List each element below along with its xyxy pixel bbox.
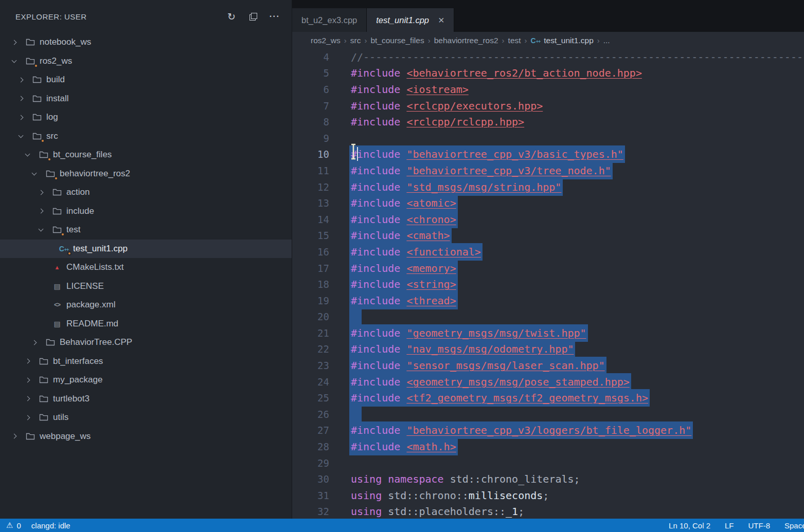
chevron-right-icon[interactable] — [25, 377, 30, 382]
code-line-30[interactable]: 30using namespace std::chrono_literals; — [292, 471, 804, 487]
breadcrumb-behaviortree_ros2[interactable]: behaviortree_ros2 — [434, 36, 498, 45]
code-line-32[interactable]: 32using std::placeholders::_1; — [292, 504, 804, 519]
breadcrumb-file[interactable]: C++test_unit1.cpp — [531, 36, 594, 45]
line-number[interactable]: 25 — [292, 392, 329, 403]
line-number[interactable]: 4 — [292, 51, 329, 63]
breadcrumb-overflow[interactable]: ... — [603, 36, 610, 45]
chevron-right-icon[interactable] — [12, 434, 17, 439]
line-number[interactable]: 5 — [292, 67, 329, 79]
chevron-down-icon[interactable] — [19, 133, 24, 138]
tree-item-install[interactable]: install — [0, 89, 292, 108]
eol-indicator[interactable]: LF — [725, 521, 734, 530]
line-number[interactable]: 22 — [292, 343, 329, 355]
chevron-right-icon[interactable] — [19, 77, 24, 82]
code-line-12[interactable]: 12#include "std_msgs/msg/string.hpp" — [292, 179, 804, 195]
line-number[interactable]: 15 — [292, 230, 329, 241]
indentation-indicator[interactable]: Spaces — [784, 521, 804, 530]
code-line-4[interactable]: 4//-------------------------------------… — [292, 49, 804, 65]
encoding-indicator[interactable]: UTF-8 — [748, 521, 771, 530]
chevron-down-icon[interactable] — [25, 152, 30, 157]
tree-item-notebook_ws[interactable]: notebook_ws — [0, 33, 292, 52]
chevron-right-icon[interactable] — [32, 340, 37, 345]
line-number[interactable]: 12 — [292, 181, 329, 193]
line-number[interactable]: 6 — [292, 84, 329, 95]
code-line-31[interactable]: 31using std::chrono::milliseconds; — [292, 487, 804, 504]
code-line-18[interactable]: 18#include <string> — [292, 276, 804, 292]
breadcrumb-bt_course_files[interactable]: bt_course_files — [370, 36, 424, 45]
code-line-11[interactable]: 11#include "behaviortree_cpp_v3/tree_nod… — [292, 162, 804, 179]
code-line-17[interactable]: 17#include <memory> — [292, 260, 804, 277]
code-line-23[interactable]: 23#include "sensor_msgs/msg/laser_scan.h… — [292, 357, 804, 374]
tree-item-LICENSE[interactable]: ▤LICENSE — [0, 277, 292, 296]
breadcrumb-src[interactable]: src — [350, 36, 361, 45]
line-number[interactable]: 27 — [292, 425, 329, 436]
tree-item-package.xml[interactable]: <>package.xml — [0, 296, 292, 315]
code-line-9[interactable]: 9 — [292, 130, 804, 146]
chevron-down-icon[interactable] — [32, 170, 37, 175]
line-number[interactable]: 23 — [292, 360, 329, 371]
line-number[interactable]: 19 — [292, 295, 329, 306]
code-line-27[interactable]: 27#include "behaviortree_cpp_v3/loggers/… — [292, 423, 804, 439]
line-number[interactable]: 16 — [292, 246, 329, 258]
tree-item-turtlebot3[interactable]: turtlebot3 — [0, 390, 292, 409]
line-number[interactable]: 31 — [292, 490, 329, 501]
code-line-5[interactable]: 5#include <behaviortree_ros2/bt_action_n… — [292, 65, 804, 82]
tab-test_unit1.cpp[interactable]: test_unit1.cpp× — [367, 8, 454, 32]
tree-item-utils[interactable]: utils — [0, 408, 292, 427]
tree-item-test_unit1.cpp[interactable]: C++test_unit1.cpp — [0, 240, 292, 259]
chevron-right-icon[interactable] — [25, 359, 30, 364]
breadcrumb-ros2_ws[interactable]: ros2_ws — [311, 36, 341, 45]
tree-item-src[interactable]: src — [0, 127, 292, 146]
chevron-right-icon[interactable] — [12, 40, 17, 45]
breadcrumb-test[interactable]: test — [508, 36, 521, 45]
tree-item-build[interactable]: build — [0, 70, 292, 89]
code-line-14[interactable]: 14#include <chrono> — [292, 211, 804, 228]
line-number[interactable]: 11 — [292, 165, 329, 176]
collapse-folders-button[interactable] — [246, 10, 260, 23]
line-number[interactable]: 9 — [292, 133, 329, 144]
tab-bt_u2_ex3.cpp[interactable]: bt_u2_ex3.cpp — [292, 8, 367, 32]
tree-item-test[interactable]: test — [0, 221, 292, 240]
chevron-right-icon[interactable] — [39, 190, 44, 195]
line-number[interactable]: 30 — [292, 473, 329, 485]
tree-item-README.md[interactable]: ▤README.md — [0, 315, 292, 334]
tree-item-include[interactable]: include — [0, 202, 292, 221]
code-line-20[interactable]: 20 — [292, 309, 804, 325]
tree-item-ros2_ws[interactable]: ros2_ws — [0, 52, 292, 71]
code-line-6[interactable]: 6#include <iostream> — [292, 81, 804, 98]
tree-item-CMakeLists.txt[interactable]: ▲CMakeLists.txt — [0, 258, 292, 277]
close-icon[interactable]: × — [438, 15, 444, 25]
clangd-status[interactable]: clangd: idle — [31, 521, 70, 530]
code-line-28[interactable]: 28#include <math.h> — [292, 438, 804, 455]
code-line-26[interactable]: 26 — [292, 406, 804, 423]
code-line-29[interactable]: 29 — [292, 455, 804, 471]
line-number[interactable]: 7 — [292, 100, 329, 112]
tree-item-bt_course_files[interactable]: bt_course_files — [0, 145, 292, 164]
tree-item-log[interactable]: log — [0, 108, 292, 127]
line-number[interactable]: 28 — [292, 441, 329, 452]
line-number[interactable]: 24 — [292, 376, 329, 388]
code-line-8[interactable]: 8#include <rclcpp/rclcpp.hpp> — [292, 114, 804, 130]
cursor-position-indicator[interactable]: Ln 10, Col 2 — [669, 521, 710, 530]
line-number[interactable]: 18 — [292, 279, 329, 290]
chevron-right-icon[interactable] — [19, 96, 24, 101]
tree-item-BehaviorTree.CPP[interactable]: BehaviorTree.CPP — [0, 333, 292, 352]
line-number[interactable]: 20 — [292, 311, 329, 322]
line-number[interactable]: 32 — [292, 506, 329, 517]
line-number[interactable]: 8 — [292, 116, 329, 127]
code-line-22[interactable]: 22#include "nav_msgs/msg/odometry.hpp" — [292, 341, 804, 358]
refresh-explorer-button[interactable]: ↻ — [225, 10, 238, 23]
tree-item-behaviortree_ros2[interactable]: behaviortree_ros2 — [0, 164, 292, 184]
more-actions-button[interactable]: ··· — [268, 10, 281, 23]
chevron-right-icon[interactable] — [39, 209, 44, 214]
line-number[interactable]: 14 — [292, 214, 329, 225]
tree-item-action[interactable]: action — [0, 183, 292, 202]
line-number[interactable]: 26 — [292, 409, 329, 420]
code-line-24[interactable]: 24#include <geometry_msgs/msg/pose_stamp… — [292, 374, 804, 390]
chevron-right-icon[interactable] — [25, 415, 30, 420]
chevron-down-icon[interactable] — [39, 227, 44, 232]
chevron-down-icon[interactable] — [12, 58, 17, 63]
code-line-15[interactable]: 15#include <cmath> — [292, 228, 804, 244]
code-line-19[interactable]: 19#include <thread> — [292, 292, 804, 309]
code-editor[interactable]: 4//-------------------------------------… — [292, 49, 804, 519]
